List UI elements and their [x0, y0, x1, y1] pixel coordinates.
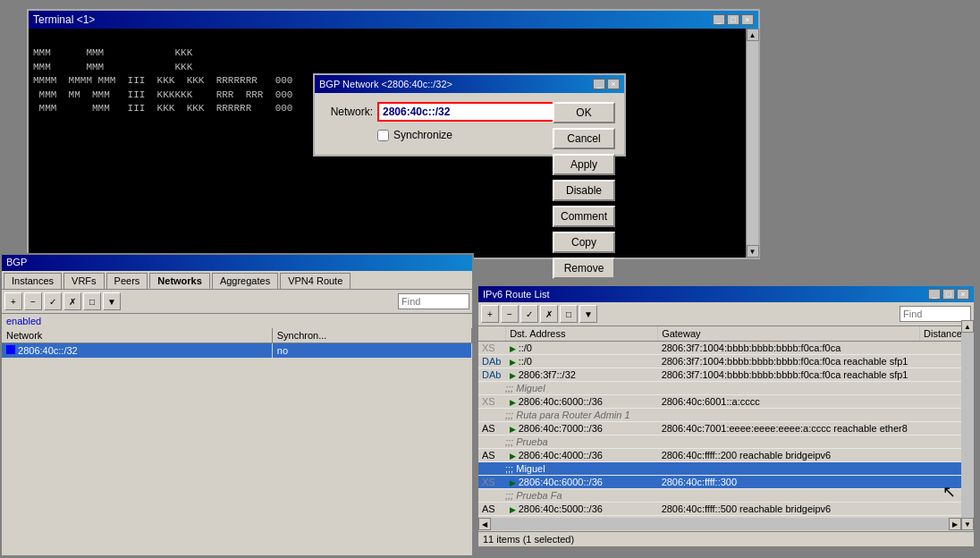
bgp-panel-content: Network Synchron... 2806:40c::/32 no [2, 328, 472, 557]
cell-dst: ▶ ::/0 [506, 342, 658, 355]
table-row[interactable]: XS ▶ 2806:40c:6000::/36 2806:40c:6001::a… [478, 395, 974, 409]
ipv6-status-bar: 11 items (1 selected) [478, 531, 974, 546]
bgp-dialog-minimize-btn[interactable]: _ [593, 79, 605, 89]
ipv6-minimize-btn[interactable]: _ [928, 289, 941, 300]
cell-type: XS [478, 476, 506, 489]
check-button[interactable]: ✓ [44, 292, 62, 310]
tab-peers[interactable]: Peers [106, 273, 148, 289]
terminal-scrollbar[interactable]: ▲ ▼ [746, 29, 758, 258]
vscroll-track[interactable] [961, 333, 974, 518]
ipv6-route-panel: IPv6 Route List _ □ × + − ✓ ✗ □ ▼ Dst. A… [477, 284, 976, 548]
ipv6-remove-button[interactable]: − [501, 305, 519, 323]
network-label: Network: [324, 106, 373, 118]
tab-aggregates[interactable]: Aggregates [212, 273, 278, 289]
cell-gateway: 2806:40c:6001::a:cccc [658, 395, 920, 409]
cell-dst: ▶ 2806:40c:5000::/36 [506, 503, 658, 516]
ipv6-maximize-btn[interactable]: □ [942, 289, 955, 300]
scroll-right-arrow[interactable]: ▶ [949, 518, 961, 530]
bgp-dialog-titlebar: BGP Network <2806:40c::/32> _ × [315, 75, 624, 93]
ipv6-search-input[interactable] [900, 306, 971, 322]
ipv6-vscrollbar[interactable]: ▲ ▼ [961, 320, 974, 530]
bgp-network-dialog: BGP Network <2806:40c::/32> _ × Network:… [313, 73, 626, 156]
col-dst[interactable]: Dst. Address [506, 326, 658, 342]
cell-comment: ;;; Ruta para Router Admin 1 [478, 409, 974, 422]
cell-type: AS [478, 422, 506, 435]
scroll-up-arrow[interactable]: ▲ [747, 29, 759, 41]
bgp-toolbar: + − ✓ ✗ □ ▼ [2, 290, 472, 314]
cell-gateway: 2806:3f7:1004:bbbb:bbbb:bbbb:f0ca:f0ca r… [658, 368, 920, 382]
table-row[interactable]: AS ▶ 2806:40c:7000::/36 2806:40c:7001:ee… [478, 422, 974, 435]
col-network[interactable]: Network [2, 328, 272, 343]
table-row[interactable]: 2806:40c::/32 no [2, 343, 472, 359]
ipv6-hscrollbar[interactable]: ◀ ▶ [478, 518, 961, 530]
tab-vrfs[interactable]: VRFs [63, 273, 105, 289]
cell-gateway: 2806:40c:ffff::200 reachable bridgeipv6 [658, 449, 920, 462]
scroll-up-btn[interactable]: ▲ [961, 320, 974, 333]
tab-networks[interactable]: Networks [149, 273, 210, 289]
terminal-maximize-btn[interactable]: □ [727, 14, 739, 25]
copy-button[interactable]: Copy [553, 232, 615, 253]
ipv6-add-button[interactable]: + [481, 305, 499, 323]
sync-checkbox[interactable] [377, 130, 389, 141]
cell-comment: ;;; Miguel [478, 462, 974, 476]
tab-instances[interactable]: Instances [4, 273, 62, 289]
cell-dst: ▶ 2806:40c:6000::/36 [506, 395, 658, 409]
uncheck-button[interactable]: ✗ [63, 292, 81, 310]
cell-comment: ;;; Prueba [478, 435, 974, 449]
bgp-dialog-close-btn[interactable]: × [607, 79, 620, 89]
cell-gateway: 2806:40c:ffff::500 reachable bridgeipv6 [658, 503, 920, 516]
table-row[interactable]: DAb ▶ 2806:3f7::/32 2806:3f7:1004:bbbb:b… [478, 368, 974, 382]
cell-type: AS [478, 449, 506, 462]
ipv6-uncheck-button[interactable]: ✗ [540, 305, 558, 323]
ipv6-search [900, 306, 971, 322]
disable-button[interactable]: Disable [553, 180, 615, 201]
scroll-down-arrow[interactable]: ▼ [747, 245, 759, 258]
table-row[interactable]: XS ▶ ::/0 2806:3f7:1004:bbbb:bbbb:bbbb:f… [478, 342, 974, 355]
remove-button[interactable]: Remove [553, 258, 615, 279]
table-row: ;;; Ruta para Router Admin 1 [478, 409, 974, 422]
cell-type: XS [478, 342, 506, 355]
cancel-button[interactable]: Cancel [553, 128, 615, 149]
col-gateway[interactable]: Gateway [658, 326, 920, 342]
bgp-dialog-title-buttons: _ × [593, 79, 620, 89]
cell-comment: ;;; Prueba Fa [478, 489, 974, 503]
cell-gateway: 2806:40c:7001:eeee:eeee:eeee:a:cccc reac… [658, 422, 920, 435]
ipv6-close-btn[interactable]: × [957, 289, 969, 300]
terminal-close-btn[interactable]: × [741, 14, 754, 25]
cell-comment: ;;; Miguel [478, 382, 974, 395]
ipv6-title-buttons: _ □ × [928, 289, 969, 300]
ipv6-routes-table: Dst. Address Gateway Distance XS ▶ ::/0 … [478, 326, 974, 529]
ok-button[interactable]: OK [553, 102, 615, 123]
ipv6-toolbar: + − ✓ ✗ □ ▼ [478, 302, 974, 326]
ipv6-filter-button[interactable]: ▼ [579, 305, 597, 323]
apply-button[interactable]: Apply [553, 154, 615, 175]
remove-button-tb[interactable]: − [24, 292, 42, 310]
table-row[interactable]: AS ▶ 2806:40c:4000::/36 2806:40c:ffff::2… [478, 449, 974, 462]
cell-type: AS [478, 503, 506, 516]
col-type[interactable] [478, 326, 506, 342]
square-button[interactable]: □ [83, 292, 101, 310]
table-row: ;;; Prueba Fa [478, 489, 974, 503]
ipv6-check-button[interactable]: ✓ [520, 305, 538, 323]
table-row: ;;; Prueba [478, 435, 974, 449]
col-synchronize[interactable]: Synchron... [272, 328, 471, 343]
bgp-status: enabled [2, 314, 472, 328]
bgp-networks-table: Network Synchron... 2806:40c::/32 no [2, 328, 472, 358]
bgp-search-input[interactable] [398, 293, 469, 309]
table-row[interactable]: DAb ▶ ::/0 2806:3f7:1004:bbbb:bbbb:bbbb:… [478, 355, 974, 368]
add-button[interactable]: + [4, 292, 22, 310]
tab-vpn4-route[interactable]: VPN4 Route [280, 273, 351, 289]
cell-dst: ▶ 2806:40c:7000::/36 [506, 422, 658, 435]
bgp-search [398, 293, 469, 309]
scroll-down-btn[interactable]: ▼ [961, 518, 974, 530]
comment-button[interactable]: Comment [553, 206, 615, 227]
terminal-minimize-btn[interactable]: _ [713, 14, 725, 25]
ipv6-square-button[interactable]: □ [560, 305, 578, 323]
cell-dst: ▶ 2806:3f7::/32 [506, 368, 658, 382]
bgp-dialog-title: BGP Network <2806:40c::/32> [319, 79, 452, 89]
ipv6-panel-titlebar: IPv6 Route List _ □ × [478, 286, 974, 302]
filter-button[interactable]: ▼ [103, 292, 121, 310]
table-row[interactable]: AS ▶ 2806:40c:5000::/36 2806:40c:ffff::5… [478, 503, 974, 516]
table-row[interactable]: XS ▶ 2806:40c:6000::/36 2806:40c:ffff::3… [478, 476, 974, 489]
scroll-left-arrow[interactable]: ◀ [478, 518, 491, 530]
